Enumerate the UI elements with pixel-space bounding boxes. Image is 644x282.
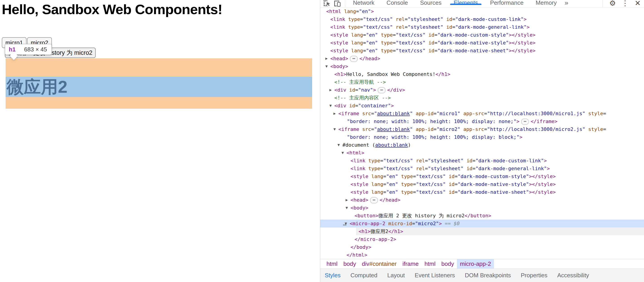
collapse-arrow-icon[interactable]: ▼ (330, 102, 334, 110)
tree-row[interactable]: ▶<iframe src="about:blank" app-id="micro… (320, 110, 644, 118)
tree-row[interactable]: </micro-app-2> (320, 235, 644, 243)
device-toolbar-icon[interactable] (333, 0, 344, 8)
code-token: "stylesheet" (428, 166, 464, 171)
inspect-content-highlight: 微应用2 (6, 77, 312, 97)
sidebar-tab-dom-breakpoints[interactable]: DOM Breakpoints (465, 272, 511, 279)
tree-row[interactable]: <style lang="en" type="text/css" id="dar… (320, 47, 644, 54)
page-heading: Hello, Sandbox Web Components! (2, 1, 222, 17)
code-token: > (520, 134, 522, 140)
tree-row[interactable]: <style lang="en" type="text/css" id="dar… (320, 188, 644, 196)
sidebar-tab-styles[interactable]: Styles (325, 272, 341, 279)
code-token: "dark-mode-custom-link" (455, 16, 524, 22)
code-token: body (343, 260, 356, 267)
tree-row[interactable]: ▼<body> (320, 204, 644, 212)
code-token: about:blank (375, 142, 408, 148)
tree-row[interactable]: <!-- 主应用导航 --> (320, 78, 644, 86)
tree-row[interactable]: <!-- 主应用内容区 --> (320, 94, 644, 102)
tree-row[interactable]: "border: none; width: 100%; height: 100%… (320, 133, 644, 141)
code-token (398, 189, 401, 195)
breadcrumb-item[interactable]: html (324, 259, 340, 269)
tree-row[interactable]: <h1>Hello, Sandbox Web Components!</h1> (320, 70, 644, 78)
tree-row[interactable]: <style lang="en" type="text/css" id="dar… (320, 39, 644, 47)
breadcrumb-item[interactable]: micro-app-2 (457, 259, 494, 269)
collapse-arrow-icon[interactable]: ▼ (346, 204, 350, 212)
tree-row[interactable]: <h1>微应用2</h1> (320, 228, 644, 235)
code-token: lang (372, 189, 383, 195)
code-token: > (516, 118, 520, 124)
tab-memory[interactable]: Memory (530, 0, 563, 8)
tree-row[interactable]: ▶<div id="nav">⋯</div> (320, 86, 644, 94)
tree-row[interactable]: <link type="text/css" rel="stylesheet" i… (320, 23, 644, 31)
tree-row[interactable]: </html> (320, 251, 644, 259)
code-token: = (484, 126, 487, 132)
sidebar-tab-event-listeners[interactable]: Event Listeners (415, 272, 455, 279)
tree-row[interactable]: ▼<html> (320, 149, 644, 157)
breadcrumb-item[interactable]: div#container (359, 259, 400, 269)
collapse-arrow-icon[interactable]: ▼ (334, 125, 338, 133)
breadcrumb-item[interactable]: html (422, 259, 438, 269)
tree-row[interactable]: <style lang="en" type="text/css" id="dar… (320, 172, 644, 180)
inspect-element-icon[interactable] (322, 0, 333, 8)
tab-performance[interactable]: Performance (484, 0, 530, 8)
code-token (446, 182, 449, 187)
sidebar-tab-layout[interactable]: Layout (387, 272, 405, 279)
tree-row[interactable]: <style lang="en" type="text/css" id="dar… (320, 31, 644, 39)
sidebar-tab-accessibility[interactable]: Accessibility (557, 272, 589, 279)
code-token (585, 126, 588, 132)
tab-elements[interactable]: Elements (448, 0, 484, 8)
tree-row[interactable]: ▶<head>⋯</head> (320, 196, 644, 204)
tree-row[interactable]: </body> (320, 243, 644, 251)
expand-arrow-icon[interactable]: ▶ (334, 110, 338, 118)
code-token: type (348, 24, 360, 30)
tab-network[interactable]: Network (347, 0, 380, 8)
code-token: > (547, 166, 550, 171)
sidebar-tab-computed[interactable]: Computed (350, 272, 378, 279)
settings-gear-icon[interactable]: ⚙ (606, 0, 619, 8)
breadcrumb-item[interactable]: iframe (400, 259, 422, 269)
tree-row[interactable]: <button>微应用 2 更改 history 为 micro2</butto… (320, 212, 644, 220)
code-token: </iframe> (530, 118, 557, 124)
tree-row[interactable]: …▼<micro-app-2 micro-id="micro2"> == $0 (320, 220, 644, 228)
close-icon[interactable]: ✕ (632, 0, 644, 8)
tree-row[interactable]: <link type="text/css" rel="stylesheet" i… (320, 15, 644, 23)
code-token: "http://localhost:3000/micro1.js" (487, 111, 585, 116)
expand-arrow-icon[interactable]: ▶ (330, 86, 334, 94)
screenshot-root: Hello, Sandbox Web Components! micro1 mi… (0, 0, 644, 282)
tree-row[interactable]: ▼<iframe src="about:blank" app-id="micro… (320, 125, 644, 133)
expand-arrow-icon[interactable]: ▶ (325, 54, 330, 62)
code-token: #container (370, 260, 396, 267)
ellipsis-expander[interactable]: ⋯ (350, 56, 358, 62)
tree-row[interactable]: <style lang="en" type="text/css" id="dar… (320, 180, 644, 188)
more-tabs-icon[interactable]: » (563, 0, 570, 8)
ellipsis-expander[interactable]: ⋯ (370, 197, 378, 204)
tree-row[interactable]: ▶<head>⋯</head> (320, 54, 644, 62)
tree-row[interactable]: ▼<body> (320, 62, 644, 70)
sidebar-tab-properties[interactable]: Properties (521, 272, 548, 279)
tree-row[interactable]: ▼#document (about:blank) (320, 141, 644, 149)
code-token: = (434, 126, 436, 132)
tree-row[interactable]: <link type="text/css" rel="stylesheet" i… (320, 157, 644, 164)
tree-row[interactable]: "border: none; width: 100%; height: 100%… (320, 118, 644, 125)
tree-row[interactable]: ▼<div id="container"> (320, 102, 644, 110)
more-options-icon[interactable]: ⋮ (619, 0, 632, 8)
collapse-arrow-icon[interactable]: ▼ (325, 62, 330, 70)
collapse-arrow-icon[interactable]: ▼ (338, 141, 342, 149)
tab-console[interactable]: Console (380, 0, 414, 8)
code-token: about:blank (377, 111, 410, 116)
collapse-arrow-icon[interactable]: ▼ (345, 220, 350, 228)
ellipsis-expander[interactable]: ⋯ (378, 87, 385, 94)
collapse-arrow-icon[interactable]: ▼ (342, 149, 346, 157)
code-token: id (349, 87, 355, 93)
tree-row[interactable]: <link type="text/css" rel="stylesheet" i… (320, 164, 644, 172)
code-token: = (360, 24, 363, 30)
expand-arrow-icon[interactable]: ▶ (346, 196, 350, 204)
code-token (378, 48, 381, 54)
code-token (443, 16, 446, 22)
code-token (413, 126, 416, 132)
breadcrumb-item[interactable]: body (438, 259, 457, 269)
code-token: id (428, 32, 434, 38)
tree-row[interactable]: <html lang="en"> (320, 8, 644, 15)
breadcrumb-item[interactable]: body (340, 259, 359, 269)
tab-sources[interactable]: Sources (414, 0, 448, 8)
ellipsis-expander[interactable]: ⋯ (521, 118, 529, 125)
